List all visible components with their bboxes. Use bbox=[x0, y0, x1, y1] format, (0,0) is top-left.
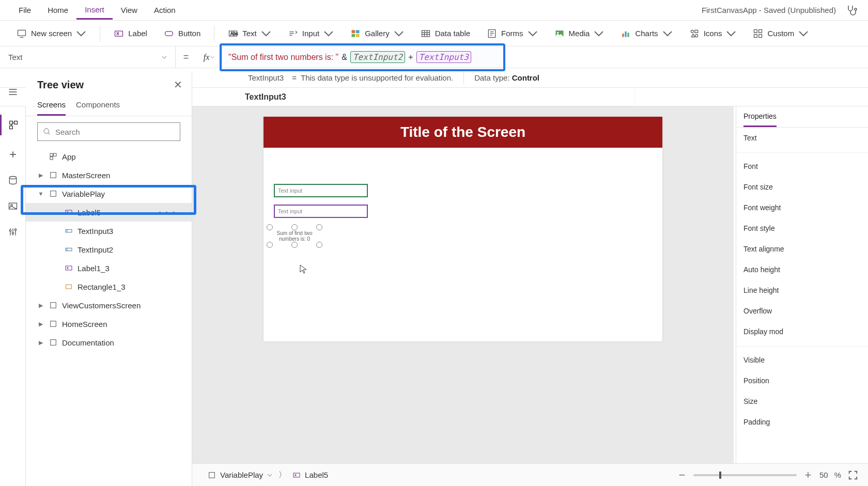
screen-title-bar[interactable]: Title of the Screen bbox=[264, 117, 662, 148]
zoom-slider[interactable] bbox=[693, 474, 797, 476]
property-selector[interactable]: Text bbox=[0, 46, 176, 68]
svg-rect-65 bbox=[66, 285, 72, 289]
svg-rect-69 bbox=[209, 472, 215, 478]
prop-position[interactable]: Position bbox=[736, 370, 868, 391]
label-button[interactable]: Label bbox=[107, 25, 153, 42]
canvas-textinput3[interactable]: Text input bbox=[274, 205, 368, 218]
tree-node-home-screen[interactable]: ▶ HomeScreen bbox=[26, 315, 192, 333]
stethoscope-icon[interactable] bbox=[845, 4, 858, 17]
prop-font-style[interactable]: Font style bbox=[736, 218, 868, 239]
menu-file[interactable]: File bbox=[10, 2, 39, 19]
resize-handle[interactable] bbox=[291, 242, 298, 248]
label-icon bbox=[65, 208, 73, 216]
formula-token-textinput2: TextInput2 bbox=[350, 51, 405, 63]
tab-properties[interactable]: Properties bbox=[743, 112, 777, 127]
breadcrumb-control[interactable]: Label5 bbox=[286, 468, 334, 481]
prop-padding[interactable]: Padding bbox=[736, 412, 868, 432]
canvas-label5-selected[interactable]: Sum of first twonumbers is: 0 bbox=[270, 227, 319, 245]
prop-overflow[interactable]: Overflow bbox=[736, 301, 868, 321]
data-rail-icon[interactable] bbox=[6, 174, 20, 187]
fx-button[interactable]: fx bbox=[196, 46, 222, 68]
zoom-out-button[interactable]: − bbox=[677, 468, 687, 482]
fit-to-screen-icon[interactable] bbox=[847, 469, 859, 481]
resize-handle[interactable] bbox=[267, 242, 273, 248]
screen-preview[interactable]: Title of the Screen Text input Text inpu… bbox=[264, 117, 662, 341]
data-table-button[interactable]: Data table bbox=[414, 25, 476, 42]
more-actions-icon[interactable]: • • • bbox=[159, 208, 176, 217]
text-dropdown[interactable]: Abc Text bbox=[222, 25, 277, 42]
formula-input[interactable]: "Sum of first two numbers is: " & TextIn… bbox=[222, 46, 868, 68]
tab-components[interactable]: Components bbox=[76, 96, 120, 116]
svg-rect-39 bbox=[10, 126, 13, 129]
tree-node-master-screen[interactable]: ▶ MasterScreen bbox=[26, 166, 192, 184]
icons-icon bbox=[689, 28, 700, 39]
chevron-down-icon bbox=[798, 28, 809, 39]
prop-size[interactable]: Size bbox=[736, 391, 868, 412]
new-screen-button[interactable]: New screen bbox=[10, 25, 92, 42]
menu-home[interactable]: Home bbox=[39, 2, 76, 19]
prop-font-weight[interactable]: Font weight bbox=[736, 197, 868, 218]
resize-handle[interactable] bbox=[291, 224, 298, 230]
prop-line-height[interactable]: Line height bbox=[736, 280, 868, 301]
prop-visible[interactable]: Visible bbox=[736, 346, 868, 370]
tree-search-box[interactable] bbox=[37, 122, 180, 141]
button-button[interactable]: Button bbox=[158, 25, 207, 42]
search-icon bbox=[43, 128, 51, 136]
formula-string-literal: "Sum of first two numbers is: " bbox=[228, 53, 338, 62]
prop-text-align[interactable]: Text alignme bbox=[736, 239, 868, 259]
prop-font-size[interactable]: Font size bbox=[736, 177, 868, 197]
tree-node-documentation[interactable]: ▶ Documentation bbox=[26, 333, 192, 352]
svg-rect-57 bbox=[51, 173, 56, 178]
resize-handle[interactable] bbox=[316, 242, 322, 248]
prop-display-mode[interactable]: Display mod bbox=[736, 321, 868, 342]
tree-node-view-customers[interactable]: ▶ ViewCustomersScreen bbox=[26, 296, 192, 315]
canvas-area[interactable]: Title of the Screen Text input Text inpu… bbox=[192, 106, 734, 463]
prop-text[interactable]: Text bbox=[736, 128, 868, 148]
chevron-down-icon bbox=[261, 28, 271, 39]
icons-dropdown[interactable]: Icons bbox=[683, 25, 743, 42]
tab-screens[interactable]: Screens bbox=[37, 96, 66, 116]
screen-icon bbox=[49, 338, 57, 347]
canvas-textinput2[interactable]: Text input bbox=[274, 184, 368, 197]
forms-dropdown[interactable]: Forms bbox=[481, 25, 544, 42]
tree-node-textinput3[interactable]: TextInput3 bbox=[26, 222, 192, 240]
tree-node-label1-3[interactable]: Label1_3 bbox=[26, 259, 192, 277]
menu-view[interactable]: View bbox=[113, 2, 146, 19]
custom-dd-label: Custom bbox=[767, 29, 794, 38]
tree-view-icon[interactable] bbox=[0, 115, 26, 135]
tree-node-label5[interactable]: Label5 • • • bbox=[26, 203, 192, 222]
menu-action[interactable]: Action bbox=[146, 2, 184, 19]
input-dropdown[interactable]: Input bbox=[282, 25, 340, 42]
advanced-rail-icon[interactable] bbox=[6, 225, 20, 239]
properties-panel: Properties Text Font Font size Font weig… bbox=[736, 106, 868, 463]
insert-ribbon: New screen Label Button Abc Text Input G… bbox=[0, 21, 868, 46]
tree-node-rectangle1-3[interactable]: Rectangle1_3 bbox=[26, 277, 192, 296]
data-type-value: Control bbox=[512, 73, 539, 82]
search-input[interactable] bbox=[55, 128, 175, 136]
custom-dropdown[interactable]: Custom bbox=[747, 25, 815, 42]
svg-rect-32 bbox=[759, 29, 762, 33]
chevron-down-icon bbox=[594, 28, 604, 39]
breadcrumb-screen[interactable]: VariablePlay bbox=[202, 468, 278, 481]
svg-rect-3 bbox=[115, 31, 123, 36]
svg-point-49 bbox=[9, 230, 11, 231]
prop-font[interactable]: Font bbox=[736, 152, 868, 177]
tree-node-variable-play[interactable]: ▼ VariablePlay bbox=[26, 184, 192, 203]
zoom-in-button[interactable]: + bbox=[803, 468, 813, 482]
menu-insert[interactable]: Insert bbox=[76, 1, 113, 20]
gallery-dropdown[interactable]: Gallery bbox=[344, 25, 410, 42]
resize-handle[interactable] bbox=[267, 224, 273, 230]
media-rail-icon[interactable] bbox=[6, 199, 20, 213]
resize-handle[interactable] bbox=[316, 224, 322, 230]
tree-node-app[interactable]: App bbox=[26, 147, 192, 166]
media-dropdown[interactable]: Media bbox=[548, 25, 611, 42]
close-icon[interactable]: ✕ bbox=[174, 79, 182, 91]
insert-rail-icon[interactable] bbox=[6, 148, 20, 161]
intellisense-suggestion[interactable]: TextInput3 bbox=[245, 92, 286, 102]
hamburger-icon[interactable] bbox=[6, 82, 20, 102]
charts-dropdown[interactable]: Charts bbox=[614, 25, 678, 42]
prop-auto-height[interactable]: Auto height bbox=[736, 259, 868, 280]
tree-node-textinput2[interactable]: TextInput2 bbox=[26, 240, 192, 259]
svg-text:Abc: Abc bbox=[230, 31, 238, 36]
zoom-thumb[interactable] bbox=[719, 472, 721, 479]
